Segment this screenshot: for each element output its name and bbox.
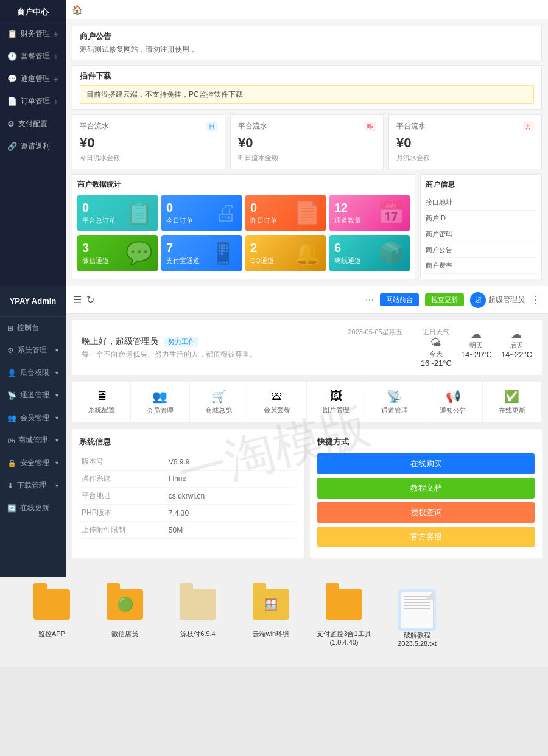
site-front-btn[interactable]: 网站前台 [380,293,419,306]
shortcut-item[interactable]: 🛎 会员套餐 [248,382,307,422]
admin-menu-item[interactable]: 📄 订单管理 + [0,90,66,113]
refresh-icon[interactable]: ↻ [86,294,94,306]
stat-amount: ¥0 [396,135,534,151]
sys-table-row: 版本号V6.9.9 [79,453,297,471]
file-item[interactable]: 🪟 云端win环境 [244,589,298,648]
more-dots-icon[interactable]: ⋮ [531,294,541,306]
file-item[interactable]: 破解教程2023.5.28.txt [390,589,444,648]
stats-grid: 0 平台总订单 📋0 今日订单 🖨0 昨日订单 📄12 通道数量 📅3 微信通道… [77,195,410,271]
sidebar2-menu-item[interactable]: 👤 后台权限 ▾ [0,362,66,384]
work-badge: 努力工作 [164,337,198,347]
folder-tab [326,583,339,589]
home-icon[interactable]: 🏠 [72,5,82,15]
s2-label: 通道管理 [20,390,49,401]
sidebar2-menu-item[interactable]: 🔄 在线更新 [0,497,66,519]
shortcut-item[interactable]: 📢 通知公告 [424,382,483,422]
merchant-stat-item: 12 通道数量 📅 [329,195,410,231]
file-item[interactable]: 🟢 微信店员 [97,589,152,648]
stat-label: 今日流水金额 [80,153,217,163]
folder-icon-wrapper: 🟢 [107,589,143,626]
menu-label: 套餐管理 [21,51,50,61]
file-name: 支付监控3合1工具(1.0.4.40) [317,629,371,647]
shortcut-item[interactable]: ✅ 在线更新 [483,382,541,422]
s2-label: 下载管理 [17,480,46,491]
merchant-info-item[interactable]: 商户公告 [426,242,536,258]
welcome-sub: 每一个不向命运低头、努力生活的人，都值得被尊重。 [82,349,257,360]
plugin-title: 插件下载 [80,71,534,82]
quick-access-btn[interactable]: 授权查询 [317,502,535,523]
file-item[interactable]: 支付监控3合1工具(1.0.4.40) [317,589,371,648]
collapse-icon[interactable]: ☰ [73,294,82,306]
sidebar2-menu-item[interactable]: ⚙ 系统管理 ▾ [0,339,66,362]
weather-item: ☁ 后天 14~22°C [501,327,532,368]
menu-plus-icon[interactable]: + [54,29,58,39]
merchant-info-item[interactable]: 商户密码 [426,226,536,242]
file-item[interactable]: 源枝付6.9.4 [170,589,225,648]
quick-access-btn[interactable]: 官方客服 [317,527,535,547]
admin-menu-item[interactable]: 💬 通道管理 + [0,68,66,90]
file-item[interactable]: 监控APP [24,589,79,648]
sidebar2-menu-item[interactable]: ⬇ 下载管理 ▾ [0,474,66,497]
txt-line [404,605,430,606]
shortcut-item[interactable]: 🖥 系统配置 [72,382,131,422]
sidebar2-brand: YPAY Admin [0,286,66,317]
sidebar2-menu-item[interactable]: 🛍 商城管理 ▾ [0,429,66,452]
folder-icon [326,589,362,620]
txt-file-icon [401,592,434,628]
menu-icon: ⚙ [7,119,15,128]
merchant-info: 商户信息 接口地址商户ID商户密码商户公告商户费率 [420,174,542,279]
folder-icon-wrapper: 🪟 [253,589,289,626]
merchant-info-item[interactable]: 商户ID [426,211,536,226]
admin-menu-item[interactable]: 📋 财务管理 + [0,23,66,45]
more-icon[interactable]: ⋯ [365,295,374,305]
menu-item-inner: 📋 财务管理 [7,29,50,39]
s2-icon: 📡 [7,391,16,400]
file-name: 源枝付6.9.4 [180,629,215,638]
shortcut-label: 通知公告 [440,406,466,415]
folder-icon-wrapper [33,589,70,626]
topnav-left: ☰ ↻ [73,294,94,306]
s2-icon: 🔒 [7,459,16,467]
stat-label: 昨日流水金额 [238,153,376,163]
s2-icon: 🔄 [7,504,16,513]
merchant-info-item[interactable]: 接口地址 [426,195,536,211]
menu-plus-icon[interactable]: + [54,52,58,61]
check-update-btn[interactable]: 检查更新 [425,293,464,306]
s2-inner: 👥 会员管理 [7,413,49,423]
sidebar2-menu-item[interactable]: 🔒 安全管理 ▾ [0,452,66,474]
stat-bg-icon: 📦 [378,240,405,266]
stat-card: 平台流水 昨 ¥0 昨日流水金额 [230,114,384,169]
merchant-info-item[interactable]: 商户费率 [426,258,536,274]
shortcut-item[interactable]: 🛒 商城总览 [190,382,248,422]
admin-menu-item[interactable]: 🕐 套餐管理 + [0,45,66,68]
sidebar2-menu-item[interactable]: 👥 会员管理 ▾ [0,407,66,429]
admin-menu-item[interactable]: 🔗 邀请返利 [0,135,66,158]
sys-value: 7.4.30 [166,505,297,522]
content-area: 商户公告 源码测试修复网站，请勿注册使用， 插件下载 目前没搭建云端，不支持免挂… [66,19,548,290]
shortcut-item[interactable]: 👥 会员管理 [131,382,189,422]
welcome-card: 晚上好，超级管理员 努力工作 每一个不向命运低头、努力生活的人，都值得被尊重。 … [72,320,542,375]
stat-card-header: 平台流水 昨 [238,121,376,131]
quick-access-btn[interactable]: 在线购买 [317,453,535,474]
sidebar2-menu-item[interactable]: ⊞ 控制台 [0,317,66,339]
menu-plus-icon[interactable]: + [54,97,58,107]
shortcut-item[interactable]: 🖼 图片管理 [307,382,365,422]
stat-bg-icon: 💬 [125,240,153,266]
menu-plus-icon[interactable]: + [54,74,58,84]
shortcut-label: 会员管理 [147,406,174,415]
s2-inner: ⬇ 下载管理 [7,480,46,491]
brand-label: 商户中心 [17,7,49,18]
stat-bg-icon: 🖨 [215,200,237,226]
admin-menu-item[interactable]: ⚙ 支付配置 [0,113,66,135]
shortcut-item[interactable]: 📡 通道管理 [365,382,424,422]
s2-arrow-icon: ▾ [55,347,58,354]
merchant-stat-item: 0 平台总订单 📋 [77,195,158,231]
menu-icon: 🕐 [7,52,17,61]
sidebar2-menu-item[interactable]: 📡 通道管理 ▾ [0,384,66,407]
s2-label: 在线更新 [20,503,49,513]
quick-access-btn[interactable]: 教程文档 [317,478,535,499]
welcome-right: 2023-05-05星期五 近日天气 🌤 今天 16~21°C ☁ 明天 14~… [348,327,532,368]
shortcut-icon: 🛎 [271,389,283,403]
weather-icon: ☁ [461,327,492,341]
merchant-stats: 商户数据统计 0 平台总订单 📋0 今日订单 🖨0 昨日订单 📄12 通道数量 … [72,174,415,279]
